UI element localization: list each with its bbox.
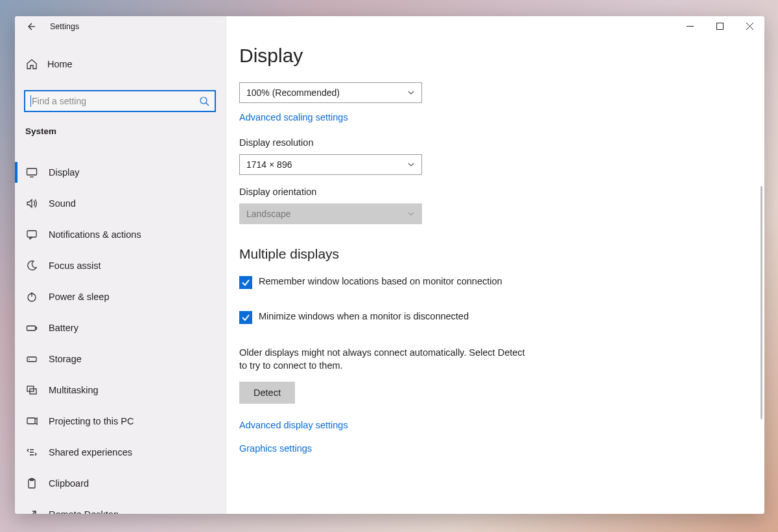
sidebar-item-label: Projecting to this PC xyxy=(49,416,134,426)
sidebar-item-storage[interactable]: Storage xyxy=(15,343,226,375)
sound-icon xyxy=(25,198,38,209)
chevron-down-icon xyxy=(407,89,415,97)
nav-list: DisplaySoundNotifications & actionsFocus… xyxy=(15,157,226,514)
search-box[interactable] xyxy=(24,90,216,112)
search-icon xyxy=(199,96,209,106)
sidebar-item-power-sleep[interactable]: Power & sleep xyxy=(15,281,226,312)
back-button[interactable] xyxy=(20,16,41,37)
svg-rect-2 xyxy=(27,231,36,237)
sidebar-item-clipboard[interactable]: Clipboard xyxy=(15,468,226,499)
remember-locations-label: Remember window locations based on monit… xyxy=(259,276,502,286)
sidebar-item-focus-assist[interactable]: Focus assist xyxy=(15,250,226,281)
sidebar-item-display[interactable]: Display xyxy=(15,157,226,188)
power-icon xyxy=(25,291,38,303)
detect-button[interactable]: Detect xyxy=(239,382,295,404)
sidebar-item-label: Power & sleep xyxy=(49,292,110,302)
home-nav[interactable]: Home xyxy=(15,50,226,78)
titlebar: Settings xyxy=(15,16,226,37)
sidebar-item-label: Notifications & actions xyxy=(49,229,141,240)
sidebar-item-remote-desktop[interactable]: Remote Desktop xyxy=(15,499,226,514)
share-icon xyxy=(25,446,38,458)
svg-rect-9 xyxy=(27,418,35,424)
orientation-value: Landscape xyxy=(246,209,291,219)
comment-icon xyxy=(25,229,38,240)
detect-help-text: Older displays might not always connect … xyxy=(239,346,531,373)
remember-locations-checkbox[interactable] xyxy=(239,276,252,289)
sidebar-item-label: Remote Desktop xyxy=(49,509,119,514)
svg-rect-4 xyxy=(27,326,36,330)
battery-icon xyxy=(25,322,38,334)
sidebar-item-label: Battery xyxy=(49,323,78,333)
sidebar-item-multitasking[interactable]: Multitasking xyxy=(15,375,226,406)
scrollbar-thumb[interactable] xyxy=(760,186,762,419)
chevron-down-icon xyxy=(407,210,415,218)
search-input[interactable] xyxy=(32,96,199,106)
scrollbar[interactable] xyxy=(760,56,763,513)
sidebar-item-notifications-actions[interactable]: Notifications & actions xyxy=(15,219,226,250)
resolution-value: 1714 × 896 xyxy=(246,159,292,170)
sidebar-item-label: Multitasking xyxy=(49,385,99,395)
advanced-display-link[interactable]: Advanced display settings xyxy=(239,420,348,430)
resolution-label: Display resolution xyxy=(239,137,764,148)
multiple-displays-heading: Multiple displays xyxy=(239,246,764,262)
settings-window: Settings Home System DisplaySoundNotific… xyxy=(15,16,764,514)
text-cursor xyxy=(30,95,31,107)
moon-icon xyxy=(25,260,38,272)
sidebar-item-label: Clipboard xyxy=(49,478,89,489)
home-label: Home xyxy=(47,59,73,69)
sidebar-item-label: Sound xyxy=(49,198,76,209)
orientation-label: Display orientation xyxy=(239,187,764,197)
sidebar-item-label: Shared experiences xyxy=(49,447,132,457)
sidebar-item-label: Storage xyxy=(49,354,82,364)
sidebar: Settings Home System DisplaySoundNotific… xyxy=(15,16,226,514)
orientation-dropdown: Landscape xyxy=(239,203,422,224)
minimize-disconnected-checkbox[interactable] xyxy=(239,311,252,324)
multitask-icon xyxy=(25,384,38,396)
svg-point-0 xyxy=(200,97,207,104)
chevron-down-icon xyxy=(407,161,415,168)
sidebar-item-battery[interactable]: Battery xyxy=(15,312,226,343)
resolution-dropdown[interactable]: 1714 × 896 xyxy=(239,154,422,175)
monitor-icon xyxy=(25,167,38,178)
page-title: Display xyxy=(239,45,764,67)
project-icon xyxy=(25,415,38,427)
storage-icon xyxy=(25,353,38,365)
category-label: System xyxy=(15,126,226,136)
main-panel: Display 100% (Recommended) Advanced scal… xyxy=(226,16,764,514)
svg-rect-5 xyxy=(27,357,36,362)
svg-rect-1 xyxy=(27,168,37,175)
remote-icon xyxy=(25,509,38,514)
sidebar-item-shared-experiences[interactable]: Shared experiences xyxy=(15,437,226,468)
graphics-settings-link[interactable]: Graphics settings xyxy=(239,443,312,454)
sidebar-item-label: Display xyxy=(49,167,80,178)
sidebar-item-label: Focus assist xyxy=(49,260,101,271)
titlebar-label: Settings xyxy=(50,22,79,31)
scale-dropdown[interactable]: 100% (Recommended) xyxy=(239,82,422,103)
advanced-scaling-link[interactable]: Advanced scaling settings xyxy=(239,112,348,122)
minimize-disconnected-label: Minimize windows when a monitor is disco… xyxy=(259,311,469,321)
clipboard-icon xyxy=(25,478,38,489)
sidebar-item-projecting-to-this-pc[interactable]: Projecting to this PC xyxy=(15,406,226,437)
home-icon xyxy=(25,58,38,70)
scale-value: 100% (Recommended) xyxy=(246,87,340,98)
sidebar-item-sound[interactable]: Sound xyxy=(15,188,226,219)
back-icon xyxy=(25,21,36,32)
svg-point-6 xyxy=(29,359,30,360)
